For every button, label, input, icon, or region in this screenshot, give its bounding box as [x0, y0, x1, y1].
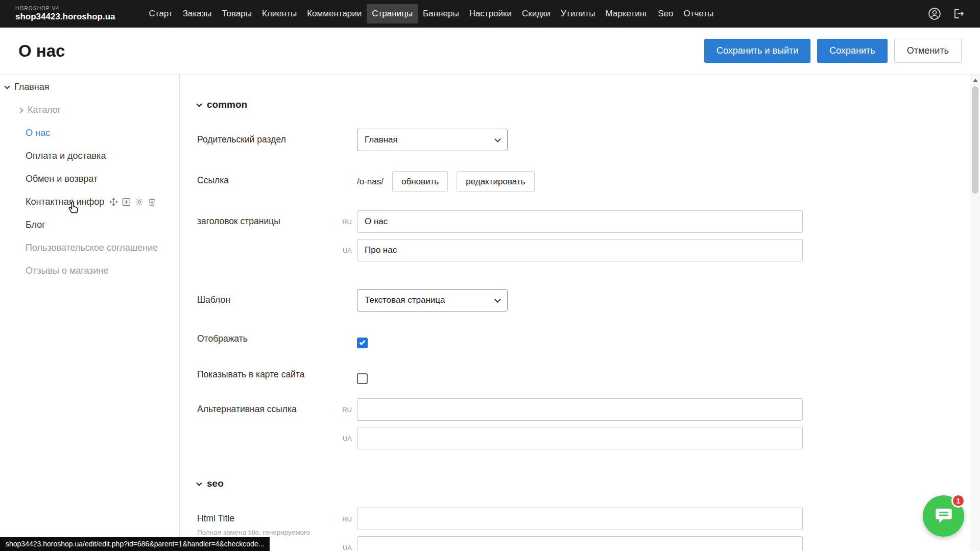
- add-icon[interactable]: [122, 198, 131, 206]
- save-button[interactable]: Сохранить: [817, 39, 887, 63]
- lang-tag-ru: RU: [336, 218, 352, 226]
- html-title-label: Html Title: [197, 513, 357, 524]
- link-field: Ссылка /o-nas/ обновить редактировать: [197, 170, 980, 192]
- nav-item-reports[interactable]: Отчеты: [678, 4, 719, 23]
- chat-launcher-button[interactable]: 1: [923, 495, 964, 537]
- sidebar-item-katalog[interactable]: Каталог: [0, 99, 179, 122]
- sitemap-label: Показывать в карте сайта: [197, 369, 357, 380]
- sidebar-item-label: Блог: [26, 220, 45, 230]
- logout-icon[interactable]: [952, 8, 965, 20]
- alt-link-ru-input[interactable]: [357, 398, 803, 421]
- pages-tree-sidebar: Главная Каталог О нас Оплата и доставка …: [0, 75, 180, 551]
- parent-section-label: Родительский раздел: [197, 129, 357, 145]
- nav-item-banners[interactable]: Баннеры: [418, 4, 464, 23]
- nav-item-discounts[interactable]: Скидки: [517, 4, 556, 23]
- chat-unread-badge: 1: [951, 494, 965, 508]
- parent-section-value: Главная: [365, 135, 398, 145]
- sidebar-item-soglashenie[interactable]: Пользовательское соглашение: [0, 236, 179, 259]
- link-edit-button[interactable]: редактировать: [457, 171, 534, 192]
- template-value: Текстовая страница: [365, 295, 445, 305]
- alt-link-label: Альтернативная ссылка: [197, 398, 357, 415]
- nav-item-products[interactable]: Товары: [217, 4, 257, 23]
- sidebar-item-oplata[interactable]: Оплата и доставка: [0, 145, 179, 167]
- sidebar-item-label: Каталог: [28, 105, 61, 115]
- vertical-scrollbar[interactable]: [970, 75, 980, 551]
- account-icon[interactable]: [928, 7, 941, 20]
- delete-icon[interactable]: [148, 198, 156, 206]
- nav-item-orders[interactable]: Заказы: [178, 4, 217, 23]
- nav-item-pages[interactable]: Страницы: [367, 4, 418, 23]
- link-refresh-button[interactable]: обновить: [392, 171, 448, 192]
- settings-icon[interactable]: [135, 198, 144, 206]
- display-field: Отображать: [197, 333, 980, 348]
- display-label: Отображать: [197, 333, 357, 344]
- sidebar-item-label: Пользовательское соглашение: [26, 243, 158, 253]
- template-select[interactable]: Текстовая страница: [357, 289, 508, 312]
- chat-icon: [933, 505, 954, 528]
- page-title-ru-input[interactable]: [357, 210, 803, 233]
- sidebar-item-glavnaya[interactable]: Главная: [0, 76, 179, 99]
- section-seo-header[interactable]: seo: [197, 478, 980, 489]
- alt-link-ua-input[interactable]: [357, 427, 803, 449]
- tree-row-actions: [109, 198, 156, 206]
- html-title-ua-input[interactable]: [357, 536, 803, 551]
- nav-item-utilities[interactable]: Утилиты: [556, 4, 601, 23]
- page-title-ua-input[interactable]: [357, 239, 803, 261]
- html-title-label-block: Html Title Полная замена title, генериру…: [197, 508, 357, 536]
- lang-tag-ru: RU: [336, 515, 352, 523]
- template-field: Шаблон Текстовая страница: [197, 289, 980, 312]
- scroll-up-icon[interactable]: [973, 79, 978, 82]
- nav-item-comments[interactable]: Комментарии: [302, 4, 367, 23]
- section-seo-title: seo: [207, 478, 224, 489]
- sidebar-item-label: Главная: [14, 82, 50, 92]
- nav-item-marketing[interactable]: Маркетинг: [601, 4, 653, 23]
- drag-icon[interactable]: [109, 198, 118, 206]
- nav-item-clients[interactable]: Клиенты: [257, 4, 302, 23]
- nav-item-seo[interactable]: Seo: [653, 4, 678, 23]
- alt-link-field: Альтернативная ссылка RU UA: [197, 398, 980, 456]
- sitemap-field: Показывать в карте сайта: [197, 369, 980, 384]
- sidebar-item-kontaktnaya[interactable]: Контактная инфор: [0, 190, 179, 213]
- check-icon: [359, 339, 365, 345]
- parent-section-field: Родительский раздел Главная: [197, 129, 980, 151]
- parent-section-select[interactable]: Главная: [357, 129, 508, 151]
- top-navbar: HOROSHOP V4 shop34423.horoshop.ua Старт …: [0, 0, 980, 28]
- nav-items: Старт Заказы Товары Клиенты Комментарии …: [144, 4, 719, 23]
- section-common-header[interactable]: common: [197, 99, 980, 110]
- html-title-note: Полная замена title, генерируемого: [197, 529, 357, 536]
- sidebar-item-label: О нас: [26, 128, 50, 138]
- lang-tag-ua: UA: [336, 544, 352, 551]
- logo[interactable]: HOROSHOP V4 shop34423.horoshop.ua: [15, 6, 115, 21]
- page-title-field: заголовок страницы RU UA: [197, 210, 980, 268]
- sidebar-item-obmen[interactable]: Обмен и возврат: [0, 167, 179, 190]
- logo-version: HOROSHOP V4: [15, 6, 115, 12]
- nav-item-settings[interactable]: Настройки: [464, 4, 517, 23]
- html-title-field: Html Title Полная замена title, генериру…: [197, 508, 980, 551]
- save-exit-button[interactable]: Сохранить и выйти: [704, 39, 810, 63]
- html-title-ru-input[interactable]: [357, 508, 803, 530]
- link-label: Ссылка: [197, 170, 357, 186]
- body: Главная Каталог О нас Оплата и доставка …: [0, 75, 980, 551]
- sidebar-item-label: Отзывы о магазине: [26, 266, 109, 276]
- sidebar-item-o-nas[interactable]: О нас: [0, 122, 179, 145]
- sitemap-checkbox[interactable]: [357, 373, 368, 384]
- page-title: О нас: [18, 41, 65, 61]
- lang-tag-ua: UA: [336, 435, 352, 442]
- chevron-down-icon: [196, 480, 202, 486]
- page-edit-form: common Родительский раздел Главная Ссылк…: [180, 75, 980, 551]
- cancel-button[interactable]: Отменить: [894, 39, 962, 63]
- nav-right-icons: [928, 7, 965, 20]
- sidebar-item-otzyvy[interactable]: Отзывы о магазине: [0, 259, 179, 282]
- link-line: /o-nas/ обновить редактировать: [357, 170, 535, 192]
- link-preview-statusbar: shop34423.horoshop.ua/edit/edit.php?id=6…: [0, 537, 270, 551]
- chevron-down-icon: [196, 101, 202, 107]
- scrollbar-thumb[interactable]: [972, 86, 978, 194]
- nav-item-start[interactable]: Старт: [144, 4, 178, 23]
- header-actions: Сохранить и выйти Сохранить Отменить: [704, 39, 962, 63]
- lang-tag-ru: RU: [336, 406, 352, 414]
- page-header: О нас Сохранить и выйти Сохранить Отмени…: [0, 28, 980, 75]
- link-path: /o-nas/: [357, 177, 384, 187]
- sidebar-item-blog[interactable]: Блог: [0, 213, 179, 236]
- display-checkbox[interactable]: [357, 338, 368, 348]
- sidebar-item-label: Оплата и доставка: [26, 151, 106, 161]
